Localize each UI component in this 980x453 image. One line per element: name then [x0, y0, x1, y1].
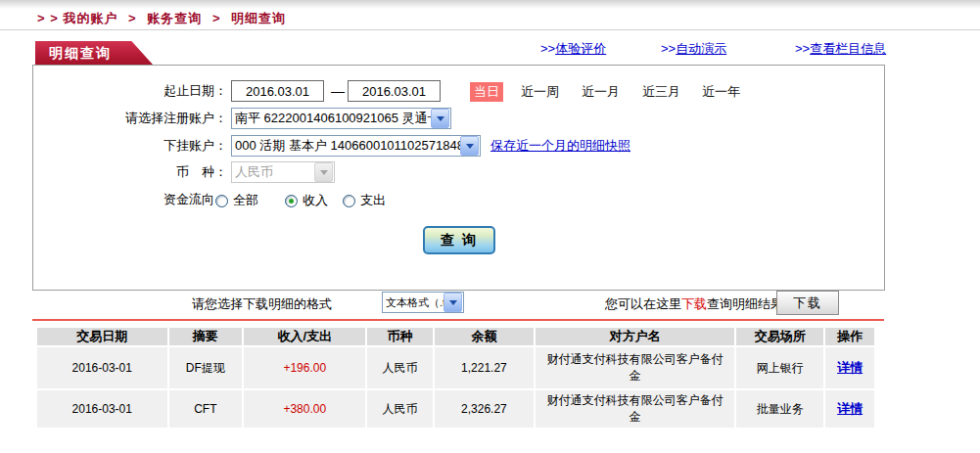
register-account-label: 请选择注册账户：	[39, 108, 227, 129]
download-hint-highlight: 下载	[681, 296, 707, 311]
col-header-summary: 摘要	[169, 328, 243, 345]
breadcrumb-divider	[0, 29, 980, 30]
breadcrumb-separator: >	[212, 11, 221, 25]
top-gradient-bar	[0, 0, 980, 9]
col-header-counterparty: 对方户名	[536, 328, 734, 345]
red-divider	[32, 319, 884, 321]
quick-range-3months[interactable]: 近三月	[642, 82, 680, 102]
chevron-down-icon[interactable]	[443, 293, 462, 312]
cell-channel: 网上银行	[736, 347, 823, 388]
download-format-label: 请您选择下载明细的格式	[192, 293, 332, 316]
currency-label: 币 种：	[39, 161, 227, 183]
breadcrumb-separator: >	[128, 11, 137, 25]
cell-counterparty: 财付通支付科技有限公司客户备付金	[536, 390, 734, 428]
sub-account-select[interactable]: 000 活期 基本户 1406600101102571848	[231, 135, 481, 157]
download-hint: 您可以在这里下载查询明细结果	[605, 293, 783, 316]
radio-flow-expense[interactable]: 支出	[343, 192, 386, 209]
radio-flow-expense-label: 支出	[360, 192, 386, 209]
cell-summary: DF提现	[169, 347, 243, 388]
radio-flow-income-label: 收入	[303, 192, 328, 209]
col-header-action: 操作	[825, 328, 874, 345]
quick-range-month[interactable]: 近一月	[582, 82, 620, 102]
double-arrow-icon: >>	[795, 41, 810, 56]
radio-circle-icon	[285, 195, 298, 207]
radio-circle-icon	[343, 195, 355, 207]
link-view-column-info[interactable]: >>查看栏目信息	[795, 40, 886, 58]
table-header-row: 交易日期 摘要 收入/支出 币种 余额 对方户名 交易场所 操作	[37, 328, 874, 345]
cell-summary: CFT	[169, 390, 243, 428]
download-format-select[interactable]: 文本格式（.txt）	[382, 292, 464, 313]
breadcrumb-item-my-account[interactable]: 我的账户	[63, 11, 117, 25]
cell-date: 2016-03-01	[37, 347, 167, 388]
breadcrumb-item-account-query[interactable]: 账务查询	[147, 11, 202, 25]
cell-amount: +196.00	[244, 347, 365, 388]
breadcrumb-prefix: > >	[37, 11, 59, 25]
save-monthly-snapshot-link[interactable]: 保存近一个月的明细快照	[490, 135, 630, 157]
detail-link[interactable]: 详情	[837, 360, 863, 375]
currency-select: 人民币	[231, 161, 335, 183]
link-auto-demo[interactable]: >>自动演示	[661, 40, 726, 58]
end-date-input[interactable]	[348, 80, 441, 102]
chevron-down-icon[interactable]	[431, 109, 449, 128]
radio-circle-icon	[215, 195, 228, 207]
date-range-label: 起止日期：	[39, 80, 227, 102]
table-row: 2016-03-01 CFT +380.00 人民币 2,326.27 财付通支…	[37, 390, 874, 428]
quick-range-year[interactable]: 近一年	[702, 82, 740, 102]
currency-value: 人民币	[232, 163, 314, 181]
table-row: 2016-03-01 DF提现 +196.00 人民币 1,221.27 财付通…	[37, 347, 874, 388]
breadcrumb: > > 我的账户 > 账务查询 > 明细查询	[37, 10, 286, 27]
chevron-down-icon[interactable]	[460, 136, 479, 156]
radio-flow-all-label: 全部	[233, 192, 258, 209]
cell-balance: 1,221.27	[435, 347, 535, 388]
cell-amount: +380.00	[244, 390, 365, 428]
double-arrow-icon: >>	[540, 41, 555, 56]
download-button[interactable]: 下载	[776, 291, 839, 315]
cell-counterparty: 财付通支付科技有限公司客户备付金	[536, 347, 734, 388]
transaction-table: 交易日期 摘要 收入/支出 币种 余额 对方户名 交易场所 操作 2016-03…	[35, 326, 876, 430]
detail-link[interactable]: 详情	[837, 401, 863, 416]
double-arrow-icon: >>	[661, 41, 676, 56]
cell-currency: 人民币	[367, 390, 432, 428]
start-date-input[interactable]	[231, 80, 324, 102]
breadcrumb-item-detail-query[interactable]: 明细查询	[231, 11, 286, 25]
query-button[interactable]: 查 询	[423, 226, 495, 254]
radio-flow-all[interactable]: 全部	[215, 192, 258, 209]
date-range-dash: —	[331, 80, 345, 102]
col-header-amount: 收入/支出	[244, 328, 365, 345]
tab-title: 明细查询	[49, 45, 112, 61]
tab-detail-query[interactable]: 明细查询	[35, 41, 153, 65]
radio-flow-income[interactable]: 收入	[285, 192, 328, 209]
cell-currency: 人民币	[367, 347, 432, 388]
quick-range-week[interactable]: 近一周	[521, 82, 559, 102]
col-header-currency: 币种	[367, 328, 432, 345]
register-account-value: 南平 6222001406100921065 灵通卡	[232, 110, 431, 127]
cell-balance: 2,326.27	[435, 390, 535, 428]
cell-date: 2016-03-01	[37, 390, 167, 428]
cell-channel: 批量业务	[736, 390, 823, 428]
sub-account-label: 下挂账户：	[39, 135, 227, 157]
sub-account-value: 000 活期 基本户 1406600101102571848	[232, 137, 460, 155]
detail-query-page: > > 我的账户 > 账务查询 > 明细查询 明细查询 >>体验评价 >>自动演…	[0, 0, 980, 453]
col-header-channel: 交易场所	[736, 328, 823, 345]
quick-range-today[interactable]: 当日	[470, 82, 503, 102]
col-header-balance: 余额	[435, 328, 535, 345]
flow-label: 资金流向：	[39, 189, 227, 210]
chevron-down-icon	[314, 162, 333, 182]
register-account-select[interactable]: 南平 6222001406100921065 灵通卡	[231, 108, 451, 129]
download-format-value: 文本格式（.txt）	[383, 295, 443, 310]
col-header-date: 交易日期	[37, 328, 167, 345]
link-experience-rating[interactable]: >>体验评价	[540, 40, 606, 58]
